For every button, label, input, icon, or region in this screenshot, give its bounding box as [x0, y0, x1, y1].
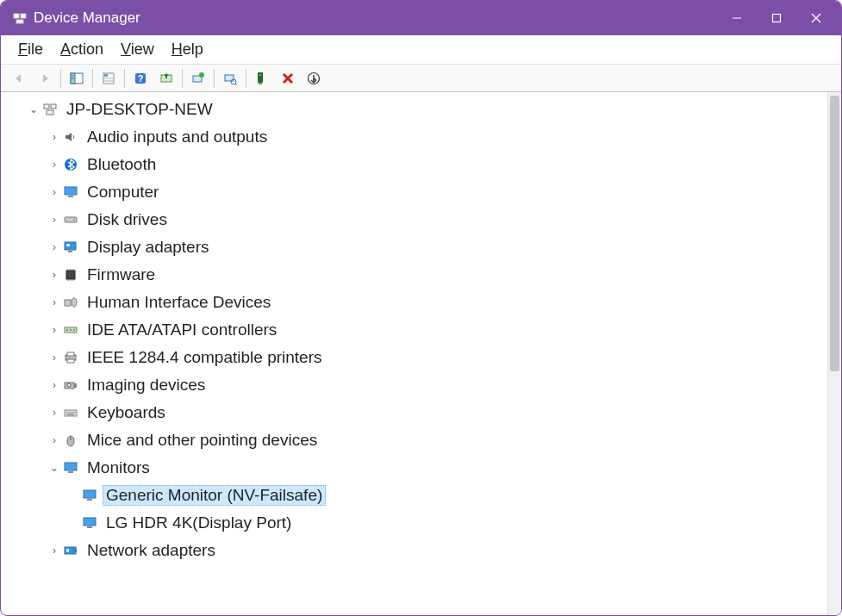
tree-item-mice[interactable]: › Mice and other pointing devices	[8, 426, 827, 454]
toolbar-add-legacy-button[interactable]	[249, 67, 275, 90]
tree-item-label: Audio inputs and outputs	[84, 127, 271, 147]
expand-icon[interactable]: ›	[47, 434, 61, 446]
svg-rect-12	[104, 74, 108, 77]
svg-rect-52	[67, 352, 74, 356]
toolbar-back-button[interactable]	[6, 67, 32, 90]
mouse-icon	[63, 432, 78, 448]
svg-rect-0	[14, 14, 19, 18]
svg-rect-23	[258, 72, 263, 83]
toolbar-disable-button[interactable]	[275, 67, 301, 90]
toolbar-update-driver-button[interactable]	[153, 67, 179, 90]
camera-icon	[63, 377, 78, 393]
toolbar-separator	[182, 69, 183, 88]
tree-item-firmware[interactable]: › Firmware	[8, 261, 827, 289]
tree-item-label: Bluetooth	[84, 154, 159, 175]
svg-point-34	[73, 219, 75, 221]
svg-rect-59	[69, 412, 71, 414]
menu-action[interactable]: Action	[52, 37, 112, 62]
expand-icon[interactable]: ›	[47, 379, 61, 391]
svg-rect-24	[259, 74, 261, 76]
tree-child-monitor-lg[interactable]: LG HDR 4K(Display Port)	[8, 509, 827, 537]
client-area: ⌄ JP-DESKTOP-NEW › Audio inputs and outp…	[1, 92, 841, 615]
tree-item-computer[interactable]: › Computer	[8, 178, 827, 206]
svg-rect-68	[87, 499, 92, 501]
tree-child-monitor-generic[interactable]: Generic Monitor (NV-Failsafe)	[8, 482, 827, 509]
svg-text:?: ?	[138, 73, 144, 84]
svg-rect-56	[74, 383, 77, 388]
collapse-icon[interactable]: ⌄	[47, 462, 61, 474]
tree-item-label: Display adapters	[84, 237, 213, 258]
expand-icon[interactable]: ›	[47, 131, 61, 143]
toolbar-scan-button[interactable]	[217, 67, 243, 90]
device-tree[interactable]: ⌄ JP-DESKTOP-NEW › Audio inputs and outp…	[1, 92, 827, 615]
tree-item-printer[interactable]: › IEEE 1284.4 compatible printers	[8, 344, 827, 371]
tree-child-label: Generic Monitor (NV-Failsafe)	[103, 485, 326, 506]
monitor-icon	[82, 515, 97, 531]
menu-help[interactable]: Help	[163, 37, 212, 62]
tree-item-label: Firmware	[84, 264, 159, 285]
tree-item-keyboards[interactable]: › Keyboards	[8, 399, 827, 426]
expand-icon[interactable]: ›	[47, 186, 61, 198]
svg-rect-28	[51, 104, 56, 109]
svg-rect-4	[773, 15, 781, 22]
tree-root-node[interactable]: ⌄ JP-DESKTOP-NEW	[8, 96, 827, 123]
svg-point-50	[73, 329, 75, 331]
disk-icon	[63, 212, 78, 227]
monitor-icon	[63, 460, 78, 476]
svg-line-22	[235, 84, 237, 85]
svg-rect-69	[84, 518, 96, 526]
tree-item-label: Keyboards	[84, 402, 169, 423]
tree-item-disk[interactable]: › Disk drives	[8, 206, 827, 233]
toolbar-separator	[60, 69, 61, 88]
toolbar-uninstall-button[interactable]	[185, 67, 211, 90]
tree-item-label: Monitors	[84, 457, 153, 478]
close-button[interactable]	[796, 1, 836, 35]
tree-item-display[interactable]: › Display adapters	[8, 233, 827, 261]
tree-item-ide[interactable]: › IDE ATA/ATAPI controllers	[8, 316, 827, 344]
expand-icon[interactable]: ›	[47, 214, 61, 226]
toolbar-properties-button[interactable]	[96, 67, 122, 90]
maximize-button[interactable]	[757, 1, 796, 35]
expand-icon[interactable]: ›	[47, 296, 61, 308]
monitor-icon	[63, 184, 78, 200]
scrollbar-thumb[interactable]	[830, 96, 839, 371]
tree-item-network[interactable]: › Network adapters	[8, 537, 827, 564]
svg-rect-62	[67, 414, 74, 416]
vertical-scrollbar[interactable]	[827, 92, 841, 615]
expand-icon[interactable]: ›	[47, 352, 61, 364]
svg-rect-65	[65, 463, 77, 470]
toolbar-console-tree-button[interactable]	[64, 67, 90, 90]
svg-point-55	[67, 383, 71, 387]
minimize-button[interactable]	[717, 1, 757, 35]
svg-rect-61	[74, 412, 76, 414]
tree-item-hid[interactable]: › Human Interface Devices	[8, 289, 827, 316]
tree-item-label: IDE ATA/ATAPI controllers	[84, 320, 280, 340]
tree-item-monitors[interactable]: ⌄ Monitors	[8, 454, 827, 482]
menu-file[interactable]: FFile	[9, 37, 52, 62]
menubar: FFile Action View Help	[1, 35, 841, 65]
svg-point-19	[199, 72, 204, 78]
svg-rect-37	[68, 251, 72, 252]
expand-icon[interactable]: ›	[47, 324, 61, 336]
expand-icon[interactable]: ›	[47, 159, 61, 171]
tree-item-label: Imaging devices	[84, 375, 209, 395]
expand-icon[interactable]: ›	[47, 241, 61, 253]
menu-view[interactable]: View	[112, 37, 163, 62]
expand-icon[interactable]: ›	[47, 544, 61, 557]
tree-item-label: Computer	[84, 182, 162, 202]
tree-item-label: Human Interface Devices	[84, 292, 274, 313]
tree-item-label: IEEE 1284.4 compatible printers	[84, 347, 326, 368]
toolbar-help-button[interactable]: ?	[128, 67, 153, 90]
ide-icon	[63, 322, 78, 338]
monitor-icon	[82, 488, 97, 503]
app-icon	[13, 11, 27, 25]
tree-item-bluetooth[interactable]: › Bluetooth	[8, 151, 827, 178]
collapse-icon[interactable]: ⌄	[27, 103, 41, 115]
toolbar-enable-button[interactable]	[301, 67, 327, 90]
expand-icon[interactable]: ›	[47, 407, 61, 419]
toolbar-forward-button[interactable]	[32, 67, 58, 90]
tree-item-audio[interactable]: › Audio inputs and outputs	[8, 123, 827, 151]
speaker-icon	[63, 129, 78, 145]
expand-icon[interactable]: ›	[47, 269, 61, 281]
tree-item-imaging[interactable]: › Imaging devices	[8, 371, 827, 399]
